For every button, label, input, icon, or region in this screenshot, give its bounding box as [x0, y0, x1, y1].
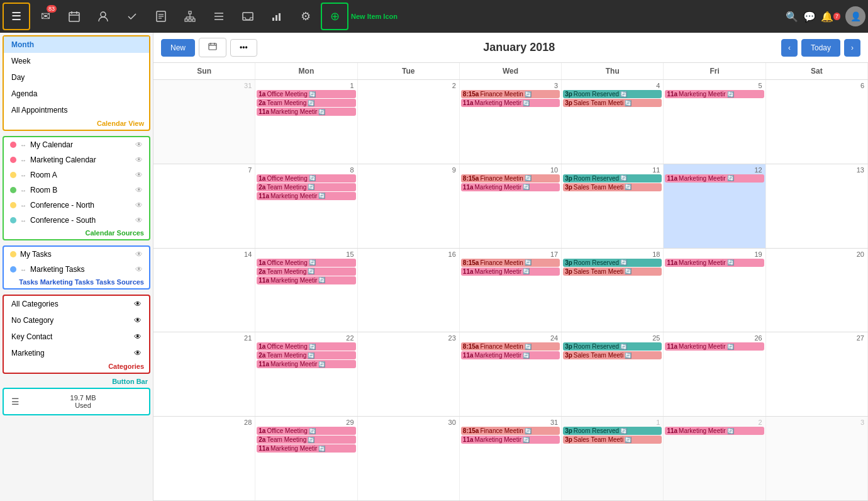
calendar-event[interactable]: 2a Team Meeting 🔄: [257, 436, 355, 444]
calendar-day-cell[interactable]: 31: [153, 80, 255, 164]
calendar-event[interactable]: 11a Marketing Meetir 🔄: [665, 342, 764, 351]
eye-icon[interactable]: 👁: [135, 201, 143, 210]
source-marketing-calendar[interactable]: ↔ Marketing Calendar 👁: [4, 152, 149, 167]
sidebar-item-agenda[interactable]: Agenda: [4, 86, 149, 102]
calendar-event[interactable]: 3p Sales Team Meeti 🔄: [563, 436, 662, 444]
calendar-event[interactable]: 8:15a Finance Meetin 🔄: [461, 90, 560, 98]
more-options-button[interactable]: •••: [230, 39, 257, 57]
calendar-day-cell[interactable]: 28: [153, 417, 255, 500]
calendar-day-cell[interactable]: 151a Office Meeting 🔄2a Team Meeting 🔄11…: [255, 249, 357, 332]
calendar-day-cell[interactable]: 253p Room Reserved 🔄3p Sales Team Meeti …: [562, 332, 664, 416]
reports-button[interactable]: [263, 3, 291, 30]
calendar-day-cell[interactable]: 7: [153, 164, 255, 248]
calendar-event[interactable]: 8:15a Finance Meetin 🔄: [461, 342, 560, 351]
eye-icon[interactable]: 👁: [135, 216, 143, 225]
calendar-event[interactable]: 8:15a Finance Meetin 🔄: [461, 427, 560, 435]
calendar-day-cell[interactable]: 14: [153, 249, 255, 332]
calendar-event[interactable]: 2a Team Meeting 🔄: [257, 99, 355, 107]
source-conference-south[interactable]: ↔ Conference - South 👁: [4, 213, 149, 228]
source-my-tasks[interactable]: My Tasks 👁: [4, 247, 149, 262]
calendar-day-cell[interactable]: 183p Room Reserved 🔄3p Sales Team Meeti …: [562, 249, 664, 332]
feed-button[interactable]: [205, 3, 233, 30]
inbox-button[interactable]: [234, 3, 262, 30]
calendar-event[interactable]: 11a Marketing Meetir 🔄: [257, 276, 355, 284]
calendar-day-cell[interactable]: 30: [358, 417, 460, 500]
calendar-event[interactable]: 11a Marketing Meetir 🔄: [461, 267, 560, 276]
contacts-button[interactable]: [89, 3, 117, 30]
calendar-day-cell[interactable]: 221a Office Meeting 🔄2a Team Meeting 🔄11…: [255, 332, 357, 416]
calendar-button[interactable]: [60, 3, 88, 30]
calendar-day-cell[interactable]: 2611a Marketing Meetir 🔄: [664, 332, 765, 416]
sidebar-item-week[interactable]: Week: [4, 53, 149, 69]
calendar-event[interactable]: 3p Room Reserved 🔄: [563, 174, 662, 183]
calendar-event[interactable]: 3p Sales Team Meeti 🔄: [563, 183, 662, 191]
email-button[interactable]: ✉ 83: [31, 3, 59, 30]
calendar-day-cell[interactable]: 6: [766, 80, 868, 164]
eye-icon[interactable]: 👁: [135, 140, 143, 149]
calendar-day-cell[interactable]: 511a Marketing Meetir 🔄: [664, 80, 765, 164]
calendar-event[interactable]: 3p Sales Team Meeti 🔄: [563, 99, 662, 107]
calendar-event[interactable]: 1a Office Meeting 🔄: [257, 342, 355, 351]
calendar-event[interactable]: 11a Marketing Meetir 🔄: [257, 360, 355, 368]
calendar-event[interactable]: 11a Marketing Meetir 🔄: [461, 99, 560, 107]
calendar-day-cell[interactable]: 23: [358, 332, 460, 416]
next-button[interactable]: ›: [844, 39, 860, 57]
calendar-event[interactable]: 2a Team Meeting 🔄: [257, 267, 355, 276]
calendar-event[interactable]: 11a Marketing Meetir 🔄: [461, 436, 560, 444]
category-all[interactable]: All Categories 👁: [4, 296, 149, 312]
calendar-event[interactable]: 11a Marketing Meetir 🔄: [665, 174, 764, 183]
calendar-day-cell[interactable]: 16: [358, 249, 460, 332]
hamburger-menu-button[interactable]: ☰: [3, 3, 30, 30]
calendar-day-cell[interactable]: 178:15a Finance Meetin 🔄11a Marketing Me…: [460, 249, 562, 332]
calendar-event[interactable]: 1a Office Meeting 🔄: [257, 427, 355, 435]
notes-button[interactable]: [147, 3, 175, 30]
calendar-day-cell[interactable]: 21: [153, 332, 255, 416]
calendar-day-cell[interactable]: 291a Office Meeting 🔄2a Team Meeting 🔄11…: [255, 417, 357, 500]
calendar-event[interactable]: 8:15a Finance Meetin 🔄: [461, 259, 560, 267]
calendar-event[interactable]: 11a Marketing Meetir 🔄: [665, 427, 764, 435]
notifications-icon[interactable]: 🔔: [821, 11, 833, 23]
calendar-event[interactable]: 2a Team Meeting 🔄: [257, 183, 355, 191]
eye-icon[interactable]: 👁: [134, 332, 142, 341]
prev-button[interactable]: ‹: [781, 39, 798, 57]
calendar-day-cell[interactable]: 108:15a Finance Meetin 🔄11a Marketing Me…: [460, 164, 562, 248]
eye-icon[interactable]: 👁: [135, 155, 143, 164]
calendar-day-cell[interactable]: 2: [358, 80, 460, 164]
new-button[interactable]: New: [161, 39, 195, 57]
calendar-event[interactable]: 11a Marketing Meetir 🔄: [665, 90, 764, 98]
eye-icon[interactable]: 👁: [134, 300, 142, 308]
category-marketing[interactable]: Marketing 👁: [4, 345, 149, 361]
eye-icon[interactable]: 👁: [135, 265, 143, 274]
calendar-day-cell[interactable]: 20: [766, 249, 868, 332]
tasks-button[interactable]: [118, 3, 146, 30]
calendar-event[interactable]: 3p Room Reserved 🔄: [563, 427, 662, 435]
calendar-day-cell[interactable]: 211a Marketing Meetir 🔄: [664, 417, 765, 500]
calendar-day-cell[interactable]: 27: [766, 332, 868, 416]
calendar-event[interactable]: 11a Marketing Meetir 🔄: [665, 259, 764, 267]
calendar-day-cell[interactable]: 248:15a Finance Meetin 🔄11a Marketing Me…: [460, 332, 562, 416]
calendar-event[interactable]: 11a Marketing Meetir 🔄: [461, 351, 560, 359]
calendar-event[interactable]: 11a Marketing Meetir 🔄: [257, 192, 355, 200]
category-none[interactable]: No Category 👁: [4, 312, 149, 329]
source-marketing-tasks[interactable]: ↔ Marketing Tasks 👁: [4, 262, 149, 277]
category-key-contact[interactable]: Key Contact 👁: [4, 329, 149, 345]
sidebar-item-day[interactable]: Day: [4, 69, 149, 86]
calendar-day-cell[interactable]: 38:15a Finance Meetin 🔄11a Marketing Mee…: [460, 80, 562, 164]
calendar-day-cell[interactable]: 318:15a Finance Meetin 🔄11a Marketing Me…: [460, 417, 562, 500]
calendar-event[interactable]: 3p Room Reserved 🔄: [563, 259, 662, 267]
org-chart-button[interactable]: [176, 3, 204, 30]
source-room-a[interactable]: ↔ Room A 👁: [4, 167, 149, 183]
calendar-event[interactable]: 11a Marketing Meetir 🔄: [257, 108, 355, 116]
calendar-event[interactable]: 3p Room Reserved 🔄: [563, 342, 662, 351]
calendar-day-cell[interactable]: 43p Room Reserved 🔄3p Sales Team Meeti 🔄: [562, 80, 664, 164]
source-room-b[interactable]: ↔ Room B 👁: [4, 183, 149, 198]
source-conference-north[interactable]: ↔ Conference - North 👁: [4, 198, 149, 213]
calendar-event[interactable]: 11a Marketing Meetir 🔄: [461, 183, 560, 191]
today-button[interactable]: Today: [801, 39, 840, 57]
user-avatar[interactable]: 👤: [845, 6, 865, 26]
calendar-event[interactable]: 1a Office Meeting 🔄: [257, 90, 355, 98]
calendar-view-toggle-button[interactable]: [199, 38, 226, 57]
settings-button[interactable]: ⚙: [292, 3, 320, 30]
eye-icon[interactable]: 👁: [135, 186, 143, 194]
calendar-day-cell[interactable]: 9: [358, 164, 460, 248]
